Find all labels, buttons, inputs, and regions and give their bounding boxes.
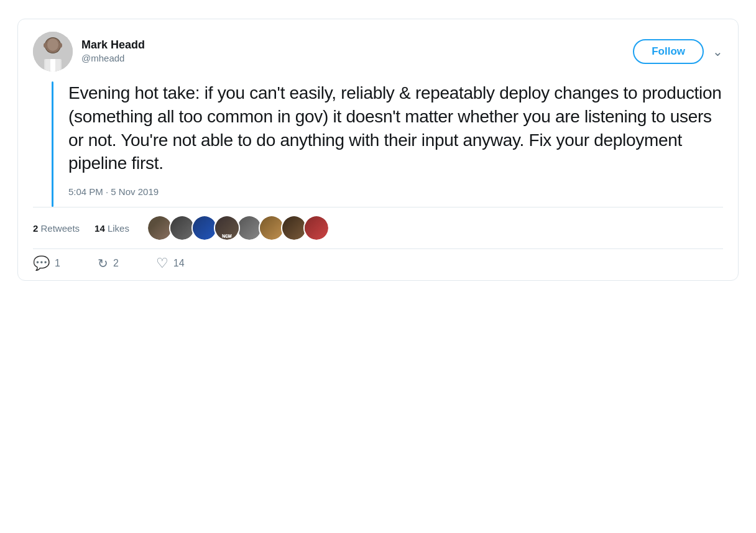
actions-row: 💬 1 ↻ 2 ♡ 14	[33, 249, 723, 280]
retweet-action[interactable]: ↻ 2	[98, 257, 119, 270]
chevron-down-icon[interactable]: ⌄	[712, 44, 723, 59]
svg-point-7	[58, 43, 62, 48]
user-handle[interactable]: @mheadd	[81, 52, 145, 65]
likers-avatars: NCM	[147, 215, 330, 241]
likes-stat: 14 Likes	[94, 223, 129, 234]
tweet-timestamp: 5:04 PM · 5 Nov 2019	[68, 186, 723, 197]
retweets-stat: 2 Retweets	[33, 223, 80, 234]
heart-icon: ♡	[156, 257, 168, 270]
reply-icon: 💬	[33, 257, 50, 270]
follow-button[interactable]: Follow	[633, 39, 704, 64]
retweet-count: 2	[113, 258, 119, 269]
tweet-content-wrapper: Evening hot take: if you can't easily, r…	[33, 81, 723, 207]
stats-row: 2 Retweets 14 Likes NCM	[33, 207, 723, 248]
tweet-header-left: Mark Headd @mheadd	[33, 32, 145, 71]
tweet-header-right: Follow ⌄	[633, 39, 723, 64]
tweet-header: Mark Headd @mheadd Follow ⌄	[33, 32, 723, 71]
retweet-icon: ↻	[98, 257, 108, 270]
blue-accent-bar	[52, 81, 53, 207]
tweet-card: Mark Headd @mheadd Follow ⌄ Evening hot …	[17, 19, 739, 281]
tweet-text: Evening hot take: if you can't easily, r…	[68, 81, 723, 175]
svg-point-6	[44, 43, 47, 48]
user-name[interactable]: Mark Headd	[81, 39, 145, 52]
svg-point-5	[47, 39, 58, 51]
like-action[interactable]: ♡ 14	[156, 257, 185, 270]
reply-count: 1	[55, 258, 60, 269]
liker-avatar-4[interactable]: NCM	[214, 215, 240, 241]
user-info: Mark Headd @mheadd	[81, 39, 145, 65]
tweet-body: Evening hot take: if you can't easily, r…	[68, 81, 723, 207]
reply-action[interactable]: 💬 1	[33, 257, 60, 270]
svg-rect-9	[50, 59, 55, 71]
like-count: 14	[173, 258, 185, 269]
avatar[interactable]	[33, 32, 73, 71]
liker-avatar-8[interactable]	[303, 215, 330, 241]
